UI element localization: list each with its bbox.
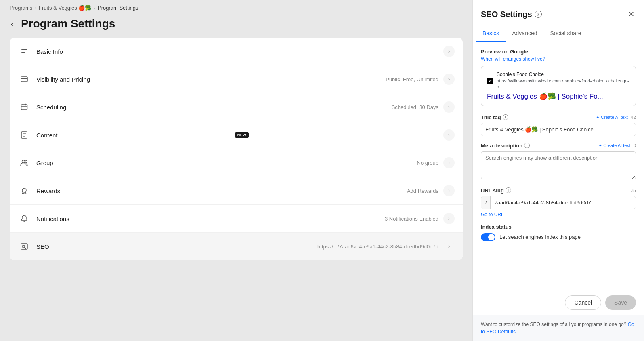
rewards-chevron: › [443, 185, 455, 196]
breadcrumb-current: Program Settings [98, 5, 138, 11]
settings-item-group[interactable]: Group No group › [10, 149, 463, 177]
panel-promo: Want to customize the SEO settings of al… [473, 315, 644, 341]
content-label: Content [36, 132, 231, 139]
meta-description-input[interactable] [481, 151, 636, 179]
svg-point-14 [25, 161, 27, 163]
svg-rect-5 [21, 105, 27, 110]
breadcrumb-fruits[interactable]: Fruits & Veggies 🍎🥦 [39, 5, 91, 11]
title-tag-char-count: 42 [631, 115, 636, 120]
svg-rect-0 [21, 49, 27, 50]
badge-icon [18, 184, 31, 197]
url-slug-label-text: URL slug [481, 187, 504, 194]
basic-info-chevron: › [443, 46, 455, 57]
breadcrumb-programs[interactable]: Programs [10, 5, 32, 11]
content-chevron: › [443, 129, 455, 141]
panel-tabs: Basics Advanced Social share [473, 25, 644, 42]
notifications-label: Notifications [36, 215, 385, 222]
svg-rect-1 [21, 51, 27, 51]
title-tag-label-text: Title tag [481, 114, 501, 120]
panel-footer: Cancel Save [473, 290, 644, 315]
meta-description-info-icon[interactable]: i [524, 143, 530, 148]
url-slug-slash: / [481, 196, 491, 209]
bell-icon [18, 212, 31, 225]
breadcrumb-sep-2: › [94, 6, 95, 11]
page-title: Program Settings [21, 17, 115, 30]
google-preview-title: Fruits & Veggies 🍎🥦 | Sophie's Fo... [487, 92, 630, 101]
google-url: https://willowvolovitz.wixsite.com › sop… [497, 78, 630, 91]
basic-info-label: Basic Info [36, 48, 443, 55]
panel-close-button[interactable]: ✕ [627, 8, 636, 20]
url-slug-char-count: 36 [631, 188, 636, 193]
save-button[interactable]: Save [605, 295, 636, 310]
title-tag-info-icon[interactable]: i [503, 114, 508, 120]
tab-basics[interactable]: Basics [476, 25, 506, 42]
index-status-toggle[interactable] [481, 233, 495, 241]
url-slug-section: URL slug i 36 / Go to URL [481, 187, 636, 217]
svg-rect-3 [21, 77, 27, 82]
settings-item-rewards[interactable]: Rewards Add Rewards › [10, 177, 463, 205]
back-button[interactable]: ‹ [6, 18, 18, 29]
seo-value: https://.../7aad6ac4-e9a1-44c2-8b84-dced… [317, 244, 438, 250]
settings-list: Basic Info › Visibility and Pricing Publ… [10, 38, 463, 260]
url-slug-info-icon[interactable]: i [506, 187, 511, 193]
content-badge: NEW [235, 132, 249, 138]
group-chevron: › [443, 157, 455, 168]
panel-help-icon[interactable]: ? [535, 11, 542, 18]
seo-icon [18, 240, 31, 253]
tab-advanced[interactable]: Advanced [506, 25, 543, 42]
page-title-row: ‹ Program Settings [0, 16, 472, 38]
notifications-value: 3 Notifications Enabled [385, 216, 438, 222]
url-slug-label: URL slug i [481, 187, 511, 194]
title-tag-ai-btn[interactable]: ✦ Create AI text [596, 115, 628, 120]
calendar-icon [18, 101, 31, 114]
rewards-label: Rewards [36, 187, 407, 194]
google-site-info: Sophie's Food Choice https://willowvolov… [497, 71, 630, 91]
document-icon [18, 128, 31, 141]
seo-chevron: › [443, 241, 455, 252]
meta-description-ai-btn[interactable]: ✦ Create AI text [598, 143, 630, 148]
breadcrumb: Programs › Fruits & Veggies 🍎🥦 › Program… [0, 0, 472, 16]
title-tag-section: Title tag i ✦ Create AI text 42 [481, 114, 636, 136]
visibility-value: Public, Free, Unlimited [386, 76, 438, 82]
settings-item-content[interactable]: Content NEW › [10, 121, 463, 149]
google-preview-box: W Sophie's Food Choice https://willowvol… [481, 66, 636, 106]
url-slug-actions: 36 [631, 188, 636, 193]
visibility-chevron: › [443, 74, 455, 85]
meta-description-header: Meta description i ✦ Create AI text 0 [481, 143, 636, 149]
meta-description-actions: ✦ Create AI text 0 [598, 143, 636, 148]
google-site-name: Sophie's Food Choice [497, 71, 630, 78]
index-status-section: Index status Let search engines index th… [481, 224, 636, 241]
svg-rect-4 [21, 78, 27, 79]
people-icon [18, 156, 31, 169]
live-changes-link[interactable]: When will changes show live? [481, 56, 636, 62]
group-value: No group [417, 160, 438, 166]
panel-header: SEO Settings ? ✕ [473, 0, 644, 20]
seo-settings-panel: SEO Settings ? ✕ Basics Advanced Social … [472, 0, 644, 341]
wix-favicon: W [487, 78, 493, 84]
url-slug-header: URL slug i 36 [481, 187, 636, 194]
scheduling-label: Scheduling [36, 104, 392, 111]
title-tag-input[interactable] [481, 123, 636, 136]
toggle-label: Let search engines index this page [499, 234, 581, 240]
meta-description-section: Meta description i ✦ Create AI text 0 [481, 143, 636, 181]
promo-text: Want to customize the SEO settings of al… [481, 322, 626, 327]
seo-label: SEO [36, 243, 317, 250]
url-slug-input[interactable] [491, 196, 636, 209]
panel-title-text: SEO Settings [481, 10, 532, 19]
go-to-url-link[interactable]: Go to URL [481, 212, 636, 217]
settings-item-seo[interactable]: SEO https://.../7aad6ac4-e9a1-44c2-8b84-… [10, 233, 463, 260]
list-icon [18, 45, 31, 58]
scheduling-value: Scheduled, 30 Days [392, 104, 438, 110]
left-panel: Programs › Fruits & Veggies 🍎🥦 › Program… [0, 0, 472, 341]
panel-content: Preview on Google When will changes show… [473, 42, 644, 290]
tab-social-share[interactable]: Social share [544, 25, 588, 42]
settings-item-basic-info[interactable]: Basic Info › [10, 38, 463, 65]
meta-description-char-count: 0 [634, 143, 636, 148]
svg-point-15 [22, 188, 26, 192]
preview-section: Preview on Google When will changes show… [481, 48, 636, 106]
settings-item-notifications[interactable]: Notifications 3 Notifications Enabled › [10, 205, 463, 233]
index-status-label: Index status [481, 224, 636, 230]
cancel-button[interactable]: Cancel [565, 295, 601, 310]
settings-item-scheduling[interactable]: Scheduling Scheduled, 30 Days › [10, 93, 463, 121]
settings-item-visibility[interactable]: Visibility and Pricing Public, Free, Unl… [10, 65, 463, 93]
